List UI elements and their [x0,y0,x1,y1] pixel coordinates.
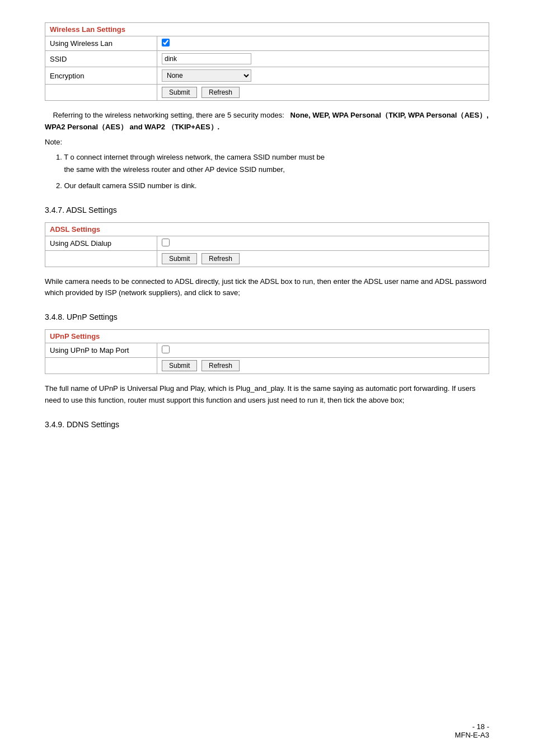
wireless-note-2: 2. Our default camera SSID number is din… [56,180,489,192]
wireless-note-1: 1. T o connect internet through wireless… [56,151,489,176]
encryption-select[interactable]: None WEP WPA Personal (TKIP) WPA Persona… [162,69,251,82]
using-wireless-lan-checkbox[interactable] [162,39,170,46]
adsl-buttons: Submit Refresh [157,250,489,267]
using-wireless-lan-cell [157,36,489,51]
wireless-description: Referring to the wireless networking set… [45,110,489,192]
table-row: Using ADSL Dialup [45,236,489,250]
adsl-submit-button[interactable]: Submit [162,253,197,264]
wireless-note-label: Note: [45,137,489,148]
page-number: - 18 - [455,722,489,731]
wireless-lan-button-row: Submit Refresh [45,85,489,101]
wireless-lan-section: Wireless Lan Settings Using Wireless Lan… [45,22,489,192]
adsl-refresh-button[interactable]: Refresh [202,253,240,264]
adsl-section: 3.4.7. ADSL Settings ADSL Settings Using… [45,206,489,300]
table-row: Using Wireless Lan [45,36,489,51]
encryption-label: Encryption [45,67,157,85]
table-row: Using UPnP to Map Port [45,343,489,358]
wireless-desc-line1: Referring to the wireless networking set… [45,110,489,133]
adsl-button-empty [45,250,157,267]
wireless-notes: 1. T o connect internet through wireless… [56,151,489,192]
upnp-table: UPnP Settings Using UPnP to Map Port Sub… [45,329,489,374]
adsl-section-title: 3.4.7. ADSL Settings [45,206,489,214]
upnp-map-port-label: Using UPnP to Map Port [45,343,157,358]
adsl-table: ADSL Settings Using ADSL Dialup Submit R… [45,222,489,267]
table-row: SSID [45,51,489,67]
adsl-dialup-checkbox[interactable] [162,239,170,246]
adsl-button-row: Submit Refresh [45,250,489,267]
upnp-header: UPnP Settings [45,330,489,343]
upnp-button-row: Submit Refresh [45,358,489,374]
upnp-map-port-checkbox[interactable] [162,346,170,353]
upnp-section-title: 3.4.8. UPnP Settings [45,312,489,321]
adsl-dialup-label: Using ADSL Dialup [45,236,157,250]
ssid-input[interactable] [162,53,251,64]
model-number: MFN-E-A3 [455,731,489,739]
using-wireless-lan-label: Using Wireless Lan [45,36,157,51]
adsl-desc-text: While camera needs to be connected to AD… [45,276,489,300]
adsl-header: ADSL Settings [45,222,489,236]
upnp-desc-text: The full name of UPnP is Universal Plug … [45,383,489,407]
upnp-refresh-button[interactable]: Refresh [202,360,240,371]
wireless-desc-intro: Referring to the wireless networking set… [45,111,291,119]
table-row: Encryption None WEP WPA Personal (TKIP) … [45,67,489,85]
adsl-dialup-cell [157,236,489,250]
wireless-lan-header: Wireless Lan Settings [45,23,489,36]
upnp-button-empty [45,358,157,374]
adsl-description: While camera needs to be connected to AD… [45,276,489,300]
ddns-section: 3.4.9. DDNS Settings [45,420,489,429]
wireless-lan-submit-button[interactable]: Submit [162,87,197,98]
upnp-section: 3.4.8. UPnP Settings UPnP Settings Using… [45,312,489,407]
encryption-cell: None WEP WPA Personal (TKIP) WPA Persona… [157,67,489,85]
upnp-buttons: Submit Refresh [157,358,489,374]
ddns-section-title: 3.4.9. DDNS Settings [45,420,489,429]
footer: - 18 - MFN-E-A3 [455,722,489,739]
ssid-cell [157,51,489,67]
wireless-lan-refresh-button[interactable]: Refresh [202,87,240,98]
upnp-map-port-cell [157,343,489,358]
upnp-description: The full name of UPnP is Universal Plug … [45,383,489,407]
wireless-lan-buttons: Submit Refresh [157,85,489,101]
upnp-submit-button[interactable]: Submit [162,360,197,371]
wireless-lan-button-empty [45,85,157,101]
wireless-lan-table: Wireless Lan Settings Using Wireless Lan… [45,22,489,101]
ssid-label: SSID [45,51,157,67]
